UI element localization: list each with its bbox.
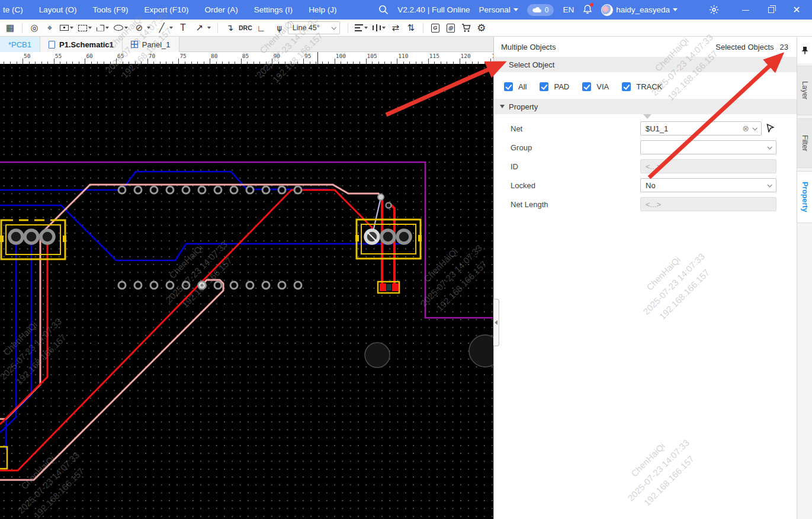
via-selected-small[interactable] bbox=[378, 194, 384, 200]
via[interactable] bbox=[246, 282, 253, 289]
rect-tool[interactable] bbox=[59, 25, 75, 31]
distribute-tool[interactable] bbox=[371, 24, 387, 31]
menu-item-settings-i-[interactable]: Settings (I) bbox=[254, 5, 293, 14]
via[interactable] bbox=[182, 186, 190, 194]
trace-pink-long-diagonal[interactable] bbox=[0, 280, 223, 480]
via[interactable] bbox=[198, 186, 206, 194]
via[interactable] bbox=[230, 186, 237, 194]
chevron-down-icon[interactable] bbox=[752, 125, 757, 130]
pick-net-cursor-icon[interactable] bbox=[766, 123, 775, 134]
menu-item-te-c-[interactable]: te (C) bbox=[3, 5, 23, 14]
menu-item-export-f10-[interactable]: Export (F10) bbox=[145, 5, 189, 14]
checkbox-all[interactable] bbox=[504, 82, 513, 91]
via[interactable] bbox=[294, 282, 301, 289]
drill-hole[interactable] bbox=[365, 343, 390, 368]
menu-item-help-j-[interactable]: Help (J) bbox=[309, 5, 336, 14]
settings-gear-icon[interactable] bbox=[709, 5, 719, 15]
via[interactable] bbox=[278, 186, 285, 194]
pad-tool-icon[interactable]: ⌖ bbox=[43, 21, 56, 34]
via[interactable] bbox=[262, 186, 269, 194]
user-account-menu[interactable]: haidy_easyeda bbox=[601, 4, 678, 16]
trace-blue-pad2[interactable] bbox=[6, 237, 31, 450]
dimension-tool[interactable]: ↗ bbox=[192, 21, 212, 34]
via[interactable] bbox=[278, 282, 285, 289]
footprint-library-icon[interactable]: ◎ bbox=[444, 21, 457, 34]
order-cart-icon[interactable] bbox=[460, 21, 473, 34]
pad[interactable] bbox=[9, 230, 23, 243]
via[interactable] bbox=[214, 282, 222, 289]
side-tab-property[interactable]: Property bbox=[797, 171, 812, 223]
side-tab-filter[interactable]: Filter bbox=[797, 118, 812, 168]
polygon-tool[interactable] bbox=[95, 25, 110, 31]
align-tool[interactable] bbox=[354, 24, 369, 31]
via[interactable] bbox=[214, 186, 222, 194]
route-track-tool-icon[interactable]: ∟ bbox=[255, 21, 268, 34]
via[interactable] bbox=[230, 282, 237, 289]
checkbox-track[interactable] bbox=[622, 82, 631, 91]
maximize-button[interactable] bbox=[763, 5, 779, 15]
import-icon[interactable]: ↴ bbox=[223, 21, 236, 34]
group-select[interactable] bbox=[640, 140, 776, 154]
keepout-tool[interactable]: ⊘ bbox=[131, 21, 152, 34]
search-icon[interactable] bbox=[378, 5, 389, 15]
via[interactable] bbox=[118, 186, 126, 194]
trace-blue-pad1[interactable] bbox=[0, 237, 16, 433]
ellipse-tool[interactable] bbox=[113, 25, 129, 31]
line-mode-select[interactable]: Line 45° bbox=[288, 21, 340, 34]
menu-item-order-a-[interactable]: Order (A) bbox=[205, 5, 238, 14]
pad[interactable] bbox=[381, 230, 394, 243]
panel-collapse-handle[interactable] bbox=[493, 299, 499, 346]
account-type-dropdown[interactable]: Personal bbox=[479, 5, 518, 14]
net-input[interactable]: $U1_1 ⊗ bbox=[640, 121, 762, 136]
via[interactable] bbox=[150, 282, 158, 289]
solid-region-tool[interactable] bbox=[77, 25, 93, 31]
trace-lavender[interactable] bbox=[373, 198, 381, 234]
panel-collapse-hint-icon[interactable] bbox=[643, 114, 651, 119]
drc-button[interactable]: DRC bbox=[239, 21, 252, 34]
checkbox-pad[interactable] bbox=[540, 82, 548, 91]
via[interactable] bbox=[134, 282, 142, 289]
notifications-button[interactable] bbox=[583, 4, 592, 16]
gerber-file-icon[interactable]: G bbox=[429, 21, 442, 34]
tab-p1-schematic1[interactable]: P1.Schematic1 bbox=[40, 37, 123, 52]
pad[interactable] bbox=[41, 230, 54, 243]
checkbox-via[interactable] bbox=[582, 82, 591, 91]
center-connector-footprint[interactable] bbox=[355, 220, 422, 259]
pad[interactable] bbox=[25, 230, 38, 243]
via-tool-icon[interactable]: ◎ bbox=[28, 21, 41, 34]
fanout-tool-icon[interactable]: ⋔ bbox=[270, 21, 283, 34]
via[interactable] bbox=[134, 186, 142, 194]
menu-item-layout-o-[interactable]: Layout (O) bbox=[39, 5, 77, 14]
flip-vertical-icon[interactable]: ⇅ bbox=[405, 21, 418, 34]
flip-horizontal-icon[interactable]: ⇄ bbox=[389, 21, 402, 34]
via[interactable] bbox=[246, 186, 253, 194]
via[interactable] bbox=[294, 186, 301, 194]
pin-panel-button[interactable] bbox=[797, 37, 812, 63]
via[interactable] bbox=[182, 282, 190, 289]
via[interactable] bbox=[166, 282, 174, 289]
locked-select[interactable]: No bbox=[640, 178, 776, 192]
menu-item-tools-f9-[interactable]: Tools (F9) bbox=[93, 5, 129, 14]
section-select-object[interactable]: Select Object bbox=[494, 57, 797, 72]
pad[interactable] bbox=[397, 230, 410, 243]
pcb-canvas[interactable] bbox=[0, 64, 493, 519]
via[interactable] bbox=[166, 186, 174, 194]
left-connector-footprint[interactable] bbox=[0, 219, 66, 259]
language-switch[interactable]: EN bbox=[563, 5, 574, 14]
side-tab-layer[interactable]: Layer bbox=[797, 66, 812, 115]
close-button[interactable]: ✕ bbox=[788, 4, 805, 15]
via[interactable] bbox=[150, 186, 158, 194]
via[interactable] bbox=[118, 282, 126, 289]
section-property[interactable]: Property bbox=[494, 99, 797, 114]
minimize-button[interactable] bbox=[737, 5, 754, 15]
drill-hole[interactable] bbox=[469, 335, 493, 367]
tab-panel-1[interactable]: Panel_1 bbox=[123, 37, 179, 52]
clear-icon[interactable]: ⊗ bbox=[742, 124, 749, 133]
toolbar-settings-gear-icon[interactable]: ⚙ bbox=[475, 21, 488, 34]
cloud-sync-badge[interactable]: 0 bbox=[527, 4, 554, 16]
via-small[interactable] bbox=[386, 203, 391, 208]
via[interactable] bbox=[262, 282, 269, 289]
edge-component-outline[interactable] bbox=[0, 447, 7, 469]
trace-red-long-diagonal[interactable] bbox=[0, 190, 372, 470]
pad-array-tool-icon[interactable]: ▦ bbox=[4, 21, 17, 34]
